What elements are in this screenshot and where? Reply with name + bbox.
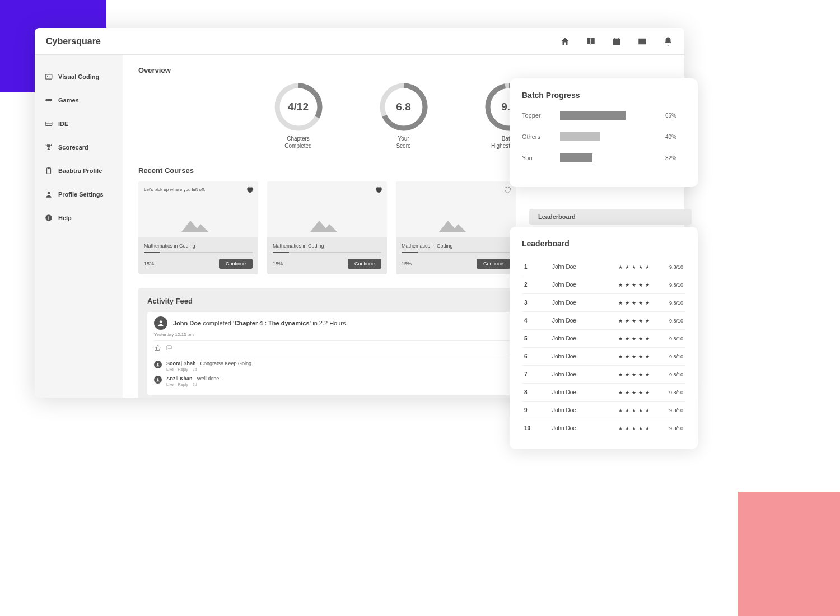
comment-reply[interactable]: Reply [178, 367, 188, 371]
leaderboard-row[interactable]: 3John Doe★★★★★9.8/10 [522, 293, 685, 311]
metric-label: ChaptersCompleted [284, 135, 311, 150]
course-card[interactable]: Mathematics in Coding15%Continue [267, 181, 387, 274]
thumbs-up-icon[interactable] [154, 344, 161, 351]
leaderboard-row[interactable]: 10John Doe★★★★★9.8/10 [522, 419, 685, 437]
sidebar-item-ide[interactable]: IDE [35, 112, 123, 136]
image-placeholder-icon [181, 216, 215, 232]
continue-button[interactable]: Continue [477, 259, 510, 269]
svg-rect-1 [45, 122, 52, 126]
ld-rank: 7 [524, 371, 532, 377]
leaderboard-row[interactable]: 8John Doe★★★★★9.8/10 [522, 383, 685, 401]
comment-age: 2d [193, 382, 197, 386]
ld-name: John Doe [552, 335, 609, 342]
comment-text: Well done! [197, 376, 221, 381]
course-name: Mathematics in Coding [402, 243, 510, 249]
ld-score: 9.8/10 [661, 300, 683, 306]
leaderboard-row[interactable]: 5John Doe★★★★★9.8/10 [522, 329, 685, 347]
bell-icon[interactable] [663, 36, 673, 46]
course-pct: 15% [144, 261, 154, 267]
ld-rank: 5 [524, 335, 532, 342]
ld-rank: 8 [524, 389, 532, 395]
comment-icon[interactable] [166, 344, 172, 351]
ld-score: 9.8/10 [661, 426, 683, 431]
sidebar-item-label: Baabtra Profile [58, 167, 102, 174]
svg-rect-3 [47, 168, 51, 174]
continue-button[interactable]: Continue [219, 259, 253, 269]
pickup-text: Let's pick up where you left off. [144, 187, 205, 192]
svg-point-8 [48, 216, 49, 217]
leaderboard-row[interactable]: 1John Doe★★★★★9.8/10 [522, 258, 685, 276]
sidebar-item-games[interactable]: Games [35, 88, 123, 112]
star-icon: ★★★★★ [618, 318, 652, 324]
leaderboard-row[interactable]: 9John Doe★★★★★9.8/10 [522, 401, 685, 419]
code-icon [45, 73, 53, 81]
ld-name: John Doe [552, 353, 609, 360]
metric-label: YourScore [396, 135, 410, 150]
progress-bar [144, 252, 253, 253]
avatar-icon [154, 376, 162, 384]
comment-reply[interactable]: Reply [178, 382, 188, 386]
course-pct: 15% [402, 261, 412, 267]
star-icon: ★★★★★ [618, 300, 652, 306]
calendar-icon[interactable] [612, 36, 622, 46]
svg-point-16 [157, 363, 159, 365]
course-name: Mathematics in Coding [273, 243, 381, 249]
card-icon [45, 120, 53, 128]
svg-point-5 [48, 192, 50, 194]
leaderboard-header-behind: Leaderboard [529, 209, 692, 225]
star-icon: ★★★★★ [618, 336, 652, 342]
sidebar-item-profile-settings[interactable]: Profile Settings [35, 183, 123, 206]
leaderboard-row[interactable]: 7John Doe★★★★★9.8/10 [522, 365, 685, 383]
sidebar-item-label: Games [58, 97, 79, 104]
leaderboard-row[interactable]: 2John Doe★★★★★9.8/10 [522, 276, 685, 293]
ld-name: John Doe [552, 407, 609, 413]
comment-like[interactable]: Like [166, 382, 174, 386]
course-card[interactable]: Let's pick up where you left off.Mathema… [138, 181, 258, 274]
sidebar-item-label: Profile Settings [58, 191, 104, 198]
ld-name: John Doe [552, 282, 609, 288]
course-name: Mathematics in Coding [144, 243, 253, 249]
sidebar-item-scorecard[interactable]: Scorecard [35, 136, 123, 159]
ld-name: John Doe [552, 264, 609, 270]
reaction-icons[interactable] [154, 344, 176, 352]
batch-label: Others [522, 133, 551, 140]
batch-row-others: Others40% [522, 132, 685, 141]
ld-rank: 4 [524, 318, 532, 324]
leaderboard-card: Leaderboard 1John Doe★★★★★9.8/102John Do… [510, 227, 698, 449]
leaderboard-row[interactable]: 4John Doe★★★★★9.8/10 [522, 311, 685, 329]
star-icon: ★★★★★ [618, 264, 652, 270]
leaderboard-title: Leaderboard [522, 239, 685, 248]
star-icon: ★★★★★ [618, 390, 652, 395]
heart-icon[interactable] [375, 186, 382, 194]
heart-icon[interactable] [503, 186, 511, 194]
sidebar-item-visual-coding[interactable]: Visual Coding [35, 65, 123, 88]
continue-button[interactable]: Continue [348, 259, 381, 269]
trophy-icon [45, 143, 53, 151]
leaderboard-row[interactable]: 6John Doe★★★★★9.8/10 [522, 347, 685, 365]
sidebar-item-baabtra-profile[interactable]: Baabtra Profile [35, 159, 123, 183]
ld-name: John Doe [552, 371, 609, 377]
comment-like[interactable]: Like [166, 367, 174, 371]
star-icon: ★★★★★ [618, 372, 652, 377]
heart-icon[interactable] [246, 186, 254, 194]
user-icon [45, 190, 53, 198]
ld-score: 9.8/10 [661, 408, 683, 413]
avatar-icon [154, 316, 167, 330]
batch-progress-card: Batch Progress Topper65%Others40%You32% [510, 78, 698, 187]
svg-rect-7 [48, 217, 49, 220]
mail-icon[interactable] [637, 36, 647, 46]
ld-score: 9.8/10 [661, 282, 683, 288]
home-icon[interactable] [560, 36, 570, 46]
sidebar: Visual CodingGamesIDEScorecardBaabtra Pr… [35, 55, 123, 398]
batch-title: Batch Progress [522, 91, 685, 100]
ld-score: 9.8/10 [661, 318, 683, 324]
sidebar-item-help[interactable]: Help [35, 206, 123, 230]
progress-bar [402, 252, 510, 253]
sidebar-item-label: Visual Coding [58, 73, 99, 80]
ld-rank: 1 [524, 264, 532, 270]
overview-title: Overview [138, 66, 669, 74]
course-card[interactable]: Mathematics in Coding15%Continue [396, 181, 516, 274]
ld-name: John Doe [552, 425, 609, 431]
book-icon[interactable] [586, 36, 596, 46]
star-icon: ★★★★★ [618, 282, 652, 288]
